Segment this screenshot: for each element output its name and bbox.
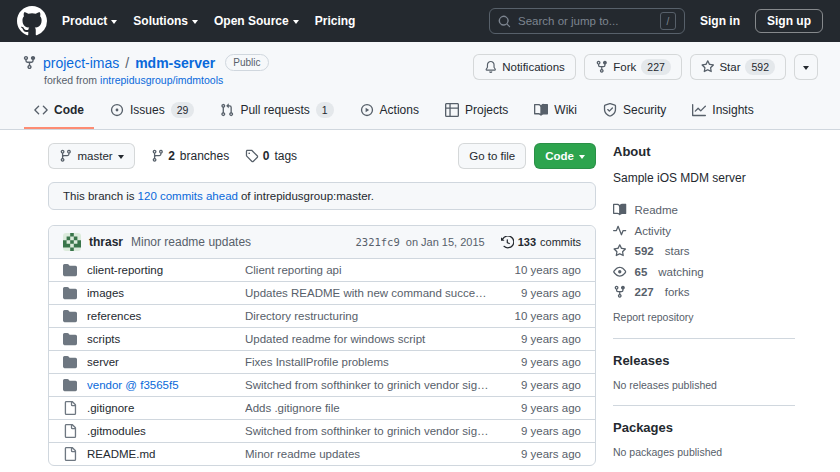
commit-message-link[interactable]: Minor readme updates <box>131 235 251 249</box>
file-age-link[interactable]: 9 years ago <box>501 356 581 368</box>
nav-solutions[interactable]: Solutions <box>133 14 198 28</box>
file-age-link[interactable]: 10 years ago <box>501 310 581 322</box>
report-repository-link[interactable]: Report repository <box>613 311 694 323</box>
nav-pricing[interactable]: Pricing <box>315 14 356 28</box>
commit-history-link[interactable]: 133commits <box>501 236 581 249</box>
file-commit-message-link[interactable]: Client reporting api <box>245 264 501 276</box>
file-name-link[interactable]: server <box>87 356 245 368</box>
bell-icon <box>484 60 498 74</box>
global-search[interactable]: / <box>489 8 685 34</box>
file-age-link[interactable]: 9 years ago <box>501 333 581 345</box>
tab-actions[interactable]: Actions <box>350 94 429 129</box>
file-commit-message-link[interactable]: Fixes InstallProfile problems <box>245 356 501 368</box>
file-age-link[interactable]: 9 years ago <box>501 448 581 460</box>
avatar[interactable] <box>63 233 81 251</box>
file-commit-message-link[interactable]: Switched from softhinker to grinich vend… <box>245 379 501 391</box>
git-branch-icon <box>151 149 165 163</box>
file-name-link[interactable]: references <box>87 310 245 322</box>
file-name-link[interactable]: .gitignore <box>87 402 245 414</box>
tags-link[interactable]: 0tags <box>245 149 297 163</box>
file-commit-message-link[interactable]: Updated readme for windows script <box>245 333 501 345</box>
submodule-link[interactable]: vendor @ f3565f5 <box>87 379 245 391</box>
tab-issues[interactable]: Issues 29 <box>100 94 204 129</box>
file-age-link[interactable]: 10 years ago <box>501 264 581 276</box>
fork-button[interactable]: Fork 227 <box>584 54 682 80</box>
sign-in-link[interactable]: Sign in <box>700 14 740 28</box>
nav-product[interactable]: Product <box>62 14 117 28</box>
file-name-link[interactable]: scripts <box>87 333 245 345</box>
issues-count: 29 <box>171 102 195 118</box>
chevron-down-icon <box>579 155 585 162</box>
tag-icon <box>245 149 259 163</box>
file-age-link[interactable]: 9 years ago <box>501 379 581 391</box>
tab-code[interactable]: Code <box>24 94 94 129</box>
chevron-down-icon <box>111 20 117 27</box>
eye-icon <box>613 265 627 279</box>
folder-icon <box>63 332 77 346</box>
visibility-badge: Public <box>225 54 268 71</box>
pull-requests-count: 1 <box>316 102 334 118</box>
repo-tabs: Code Issues 29 Pull requests 1 Actions P… <box>24 94 818 129</box>
readme-link[interactable]: Readme <box>613 200 795 221</box>
file-icon <box>63 447 77 461</box>
branch-selector[interactable]: master <box>48 143 135 169</box>
file-commit-message-link[interactable]: Switched from softhinker to grinich vend… <box>245 425 501 437</box>
file-commit-message-link[interactable]: Directory restructuring <box>245 310 501 322</box>
forked-from-link[interactable]: intrepidusgroup/imdmtools <box>100 74 223 86</box>
tab-wiki[interactable]: Wiki <box>524 94 587 129</box>
issue-opened-icon <box>110 103 124 117</box>
star-button[interactable]: Star 592 <box>690 54 786 80</box>
tab-insights[interactable]: Insights <box>682 94 763 129</box>
slash-shortcut-hint: / <box>660 12 676 30</box>
folder-icon <box>63 309 77 323</box>
file-row: scripts Updated readme for windows scrip… <box>49 327 595 350</box>
star-dropdown-button[interactable] <box>794 54 818 80</box>
file-age-link[interactable]: 9 years ago <box>501 402 581 414</box>
tab-pull-requests[interactable]: Pull requests 1 <box>210 94 343 129</box>
repo-name-link[interactable]: mdm-server <box>135 55 215 71</box>
commit-meta: 2321fc9 on Jan 15, 2015 133commits <box>356 236 581 249</box>
releases-empty-text: No releases published <box>613 379 795 391</box>
file-name-link[interactable]: client-reporting <box>87 264 245 276</box>
watching-link[interactable]: 65watching <box>613 261 795 282</box>
folder-icon <box>63 355 77 369</box>
file-name-link[interactable]: README.md <box>87 448 245 460</box>
file-row: client-reporting Client reporting api 10… <box>49 258 595 281</box>
tab-security[interactable]: Security <box>593 94 676 129</box>
book-icon <box>613 203 627 217</box>
about-section: About Sample iOS MDM server Readme Activ… <box>613 143 795 338</box>
file-commit-message-link[interactable]: Minor readme updates <box>245 448 501 460</box>
submodule-row: vendor @ f3565f5 Switched from softhinke… <box>49 373 595 396</box>
shield-icon <box>603 103 617 117</box>
branches-link[interactable]: 2branches <box>151 149 230 163</box>
file-age-link[interactable]: 9 years ago <box>501 287 581 299</box>
commit-author-link[interactable]: thrasr <box>89 235 123 249</box>
github-logo[interactable] <box>17 6 47 36</box>
notifications-button[interactable]: Notifications <box>473 54 576 80</box>
search-input[interactable] <box>518 15 653 27</box>
file-icon <box>63 424 77 438</box>
fork-count: 227 <box>641 59 671 75</box>
file-commit-message-link[interactable]: Updates README with new command successf… <box>245 287 501 299</box>
tab-projects[interactable]: Projects <box>435 94 518 129</box>
git-branch-icon <box>59 149 73 163</box>
primary-nav: Product Solutions Open Source Pricing <box>62 14 355 28</box>
commit-sha-link[interactable]: 2321fc9 <box>356 236 400 248</box>
forks-link[interactable]: 227forks <box>613 282 795 303</box>
commits-ahead-link[interactable]: 120 commits ahead <box>138 190 238 202</box>
file-name-link[interactable]: .gitmodules <box>87 425 245 437</box>
activity-link[interactable]: Activity <box>613 220 795 241</box>
folder-icon <box>63 286 77 300</box>
stars-link[interactable]: 592stars <box>613 241 795 262</box>
nav-open-source[interactable]: Open Source <box>214 14 299 28</box>
file-age-link[interactable]: 9 years ago <box>501 425 581 437</box>
branch-toolbar: master 2branches 0tags Go to file Code <box>48 143 596 169</box>
repo-actions: Notifications Fork 227 Star 592 <box>473 54 818 80</box>
go-to-file-button[interactable]: Go to file <box>458 143 526 169</box>
repo-owner-link[interactable]: project-imas <box>43 55 119 71</box>
code-download-button[interactable]: Code <box>534 143 596 169</box>
file-commit-message-link[interactable]: Adds .gitignore file <box>245 402 501 414</box>
file-row: images Updates README with new command s… <box>49 281 595 304</box>
sign-up-button[interactable]: Sign up <box>755 9 823 33</box>
file-name-link[interactable]: images <box>87 287 245 299</box>
